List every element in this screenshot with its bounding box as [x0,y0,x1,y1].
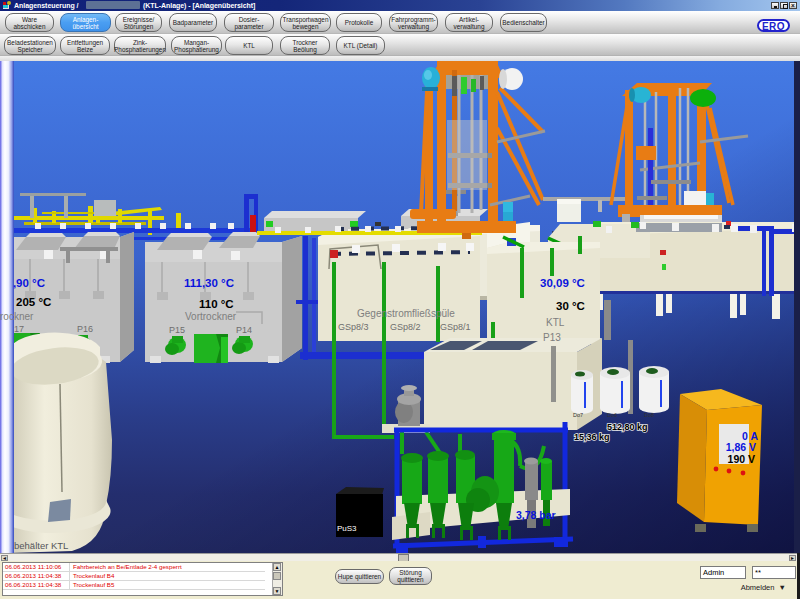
svg-text:512,80 kg: 512,80 kg [607,422,648,432]
svg-text:Vortrockner: Vortrockner [185,311,237,322]
svg-text:15,36 kg: 15,36 kg [574,432,610,442]
svg-text:PuS3: PuS3 [337,524,357,533]
svg-text:30 °C: 30 °C [556,300,585,312]
svg-text:GSp8/2: GSp8/2 [390,322,421,332]
svg-text:KTL: KTL [546,317,565,328]
svg-text:110 °C: 110 °C [199,298,234,310]
svg-text:205 °C: 205 °C [16,296,51,308]
svg-text:Gegenstromfließspüle: Gegenstromfließspüle [357,308,455,319]
svg-text:Do6: Do6 [607,412,617,418]
svg-text:rockner: rockner [0,311,34,322]
svg-text:GSp8/1: GSp8/1 [440,322,471,332]
svg-text:Do8: Do8 [644,412,654,418]
svg-text:behälter KTL: behälter KTL [14,540,68,551]
svg-text:190 V: 190 V [728,453,755,465]
svg-text:P13: P13 [543,332,561,343]
svg-text:30,09 °C: 30,09 °C [540,277,585,289]
svg-text:3,78 bar: 3,78 bar [516,509,556,521]
svg-text:P16: P16 [77,324,93,334]
svg-text:P15: P15 [169,325,185,335]
svg-text:1,86 V: 1,86 V [726,441,756,453]
svg-text:P14: P14 [236,325,252,335]
svg-text:111,30 °C: 111,30 °C [184,277,234,289]
svg-text:,90 °C: ,90 °C [13,277,45,289]
svg-text:17: 17 [14,324,24,334]
svg-text:Do7: Do7 [573,412,583,418]
svg-text:GSp8/3: GSp8/3 [338,322,369,332]
